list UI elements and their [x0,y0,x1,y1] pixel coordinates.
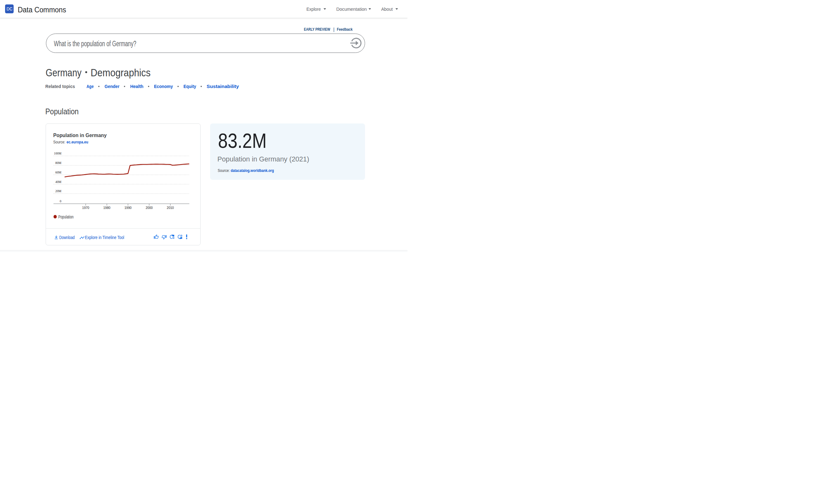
svg-text:1990: 1990 [124,206,131,210]
svg-text:2000: 2000 [146,206,153,210]
svg-text:20M: 20M [55,189,61,193]
svg-text:1970: 1970 [82,206,89,210]
svg-text:100M: 100M [54,151,61,155]
svg-text:1980: 1980 [103,206,110,210]
svg-text:80M: 80M [55,161,61,165]
svg-text:60M: 60M [55,170,61,174]
svg-text:40M: 40M [55,180,61,184]
svg-text:2010: 2010 [167,206,174,210]
svg-text:0: 0 [60,199,61,203]
